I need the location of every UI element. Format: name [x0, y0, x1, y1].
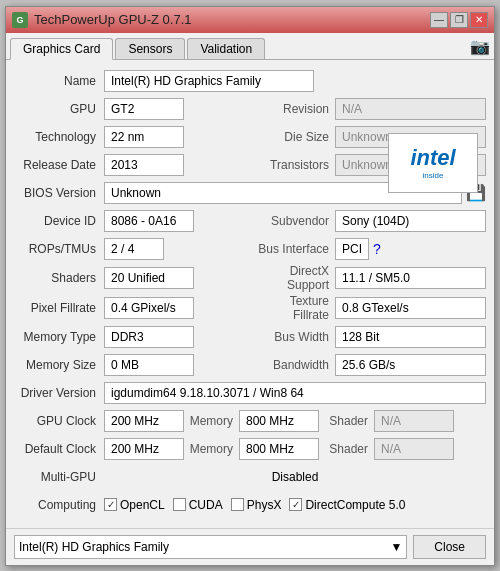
gpu-clock-memory-label: Memory	[184, 414, 239, 428]
die-size-label: Die Size	[255, 130, 335, 144]
multi-gpu-row: Multi-GPU Disabled	[14, 464, 486, 490]
device-id-label: Device ID	[14, 214, 104, 228]
gpu-dropdown[interactable]: Intel(R) HD Graphics Family ▼	[14, 535, 407, 559]
technology-label: Technology	[14, 130, 104, 144]
shaders-value: 20 Unified	[104, 267, 194, 289]
tab-sensors[interactable]: Sensors	[115, 38, 185, 59]
info-grid: intel inside Name Intel(R) HD Graphics F…	[14, 68, 486, 518]
pixel-fillrate-row: Pixel Fillrate 0.4 GPixel/s Texture Fill…	[14, 294, 486, 322]
directcompute-item: DirectCompute 5.0	[289, 498, 405, 512]
driver-label: Driver Version	[14, 386, 104, 400]
texture-fillrate-value: 0.8 GTexel/s	[335, 297, 486, 319]
camera-icon-area: 📷	[470, 37, 490, 59]
directcompute-label: DirectCompute 5.0	[305, 498, 405, 512]
name-row: Name Intel(R) HD Graphics Family	[14, 68, 486, 94]
texture-fillrate-label: Texture Fillrate	[255, 294, 335, 322]
bus-width-label: Bus Width	[255, 330, 335, 344]
cuda-checkbox[interactable]	[173, 498, 186, 511]
opencl-label: OpenCL	[120, 498, 165, 512]
gpu-label: GPU	[14, 102, 104, 116]
physx-item: PhysX	[231, 498, 282, 512]
gpu-clock-shader-label: Shader	[319, 414, 374, 428]
tab-graphics-card[interactable]: Graphics Card	[10, 38, 113, 60]
driver-value: igdumdim64 9.18.10.3071 / Win8 64	[104, 382, 486, 404]
bandwidth-label: Bandwidth	[255, 358, 335, 372]
device-id-row: Device ID 8086 - 0A16 Subvendor Sony (10…	[14, 208, 486, 234]
memory-size-label: Memory Size	[14, 358, 104, 372]
close-button[interactable]: Close	[413, 535, 486, 559]
memory-type-value: DDR3	[104, 326, 194, 348]
rops-row: ROPs/TMUs 2 / 4 Bus Interface PCI ?	[14, 236, 486, 262]
shaders-row: Shaders 20 Unified DirectX Support 11.1 …	[14, 264, 486, 292]
gpu-dropdown-value: Intel(R) HD Graphics Family	[19, 540, 169, 554]
cuda-item: CUDA	[173, 498, 223, 512]
intel-brand-text: intel	[410, 145, 455, 171]
bus-interface-help[interactable]: ?	[373, 241, 381, 257]
intel-sub-text: inside	[410, 171, 455, 180]
tab-validation[interactable]: Validation	[187, 38, 265, 59]
default-clock-label: Default Clock	[14, 442, 104, 456]
dropdown-arrow-icon: ▼	[390, 540, 402, 554]
physx-label: PhysX	[247, 498, 282, 512]
default-clock-memory-label: Memory	[184, 442, 239, 456]
driver-row: Driver Version igdumdim64 9.18.10.3071 /…	[14, 380, 486, 406]
memory-type-label: Memory Type	[14, 330, 104, 344]
physx-checkbox[interactable]	[231, 498, 244, 511]
cuda-label: CUDA	[189, 498, 223, 512]
computing-row: Computing OpenCL CUDA PhysX DirectComput…	[14, 492, 486, 518]
gpu-value: GT2	[104, 98, 184, 120]
intel-logo: intel inside	[388, 133, 478, 193]
title-bar: G TechPowerUp GPU-Z 0.7.1 — ❐ ✕	[6, 7, 494, 33]
bus-interface-label: Bus Interface	[255, 242, 335, 256]
bus-interface-value: PCI	[335, 238, 369, 260]
directx-label: DirectX Support	[255, 264, 335, 292]
name-label: Name	[14, 74, 104, 88]
memory-type-row: Memory Type DDR3 Bus Width 128 Bit	[14, 324, 486, 350]
gpu-row: GPU GT2 Revision N/A	[14, 96, 486, 122]
bus-width-value: 128 Bit	[335, 326, 486, 348]
title-bar-left: G TechPowerUp GPU-Z 0.7.1	[12, 12, 192, 28]
directcompute-checkbox[interactable]	[289, 498, 302, 511]
pixel-fillrate-label: Pixel Fillrate	[14, 301, 104, 315]
shaders-label: Shaders	[14, 271, 104, 285]
close-window-button[interactable]: ✕	[470, 12, 488, 28]
opencl-item: OpenCL	[104, 498, 165, 512]
default-clock-memory-value: 800 MHz	[239, 438, 319, 460]
subvendor-label: Subvendor	[255, 214, 335, 228]
directx-value: 11.1 / SM5.0	[335, 267, 486, 289]
main-content: intel inside Name Intel(R) HD Graphics F…	[6, 60, 494, 528]
bandwidth-value: 25.6 GB/s	[335, 354, 486, 376]
memory-size-value: 0 MB	[104, 354, 194, 376]
transistors-label: Transistors	[255, 158, 335, 172]
tab-bar: Graphics Card Sensors Validation 📷	[6, 33, 494, 60]
revision-label: Revision	[255, 102, 335, 116]
release-date-value: 2013	[104, 154, 184, 176]
camera-icon: 📷	[470, 37, 490, 56]
title-controls: — ❐ ✕	[430, 12, 488, 28]
default-clock-row: Default Clock 200 MHz Memory 800 MHz Sha…	[14, 436, 486, 462]
window-title: TechPowerUp GPU-Z 0.7.1	[34, 12, 192, 27]
intel-logo-inner: intel inside	[410, 145, 455, 180]
default-clock-shader-value: N/A	[374, 438, 454, 460]
bios-label: BIOS Version	[14, 186, 104, 200]
multi-gpu-value: Disabled	[104, 470, 486, 484]
restore-button[interactable]: ❐	[450, 12, 468, 28]
gpu-clock-shader-value: N/A	[374, 410, 454, 432]
subvendor-value: Sony (104D)	[335, 210, 486, 232]
gpu-clock-memory-value: 800 MHz	[239, 410, 319, 432]
app-icon: G	[12, 12, 28, 28]
gpu-clock-label: GPU Clock	[14, 414, 104, 428]
gpu-clock-value: 200 MHz	[104, 410, 184, 432]
computing-label: Computing	[14, 498, 104, 512]
default-clock-value: 200 MHz	[104, 438, 184, 460]
opencl-checkbox[interactable]	[104, 498, 117, 511]
memory-size-row: Memory Size 0 MB Bandwidth 25.6 GB/s	[14, 352, 486, 378]
revision-value: N/A	[335, 98, 486, 120]
default-clock-shader-label: Shader	[319, 442, 374, 456]
rops-value: 2 / 4	[104, 238, 164, 260]
release-date-label: Release Date	[14, 158, 104, 172]
main-window: G TechPowerUp GPU-Z 0.7.1 — ❐ ✕ Graphics…	[5, 6, 495, 566]
gpu-clock-row: GPU Clock 200 MHz Memory 800 MHz Shader …	[14, 408, 486, 434]
device-id-value: 8086 - 0A16	[104, 210, 194, 232]
minimize-button[interactable]: —	[430, 12, 448, 28]
